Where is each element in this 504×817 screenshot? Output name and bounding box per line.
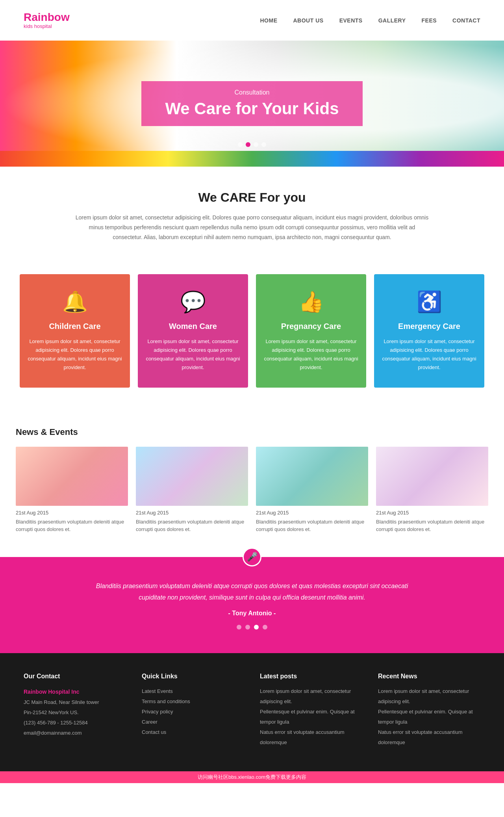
news-text-2: Blanditiis praesentium voluptatum deleni…: [136, 518, 248, 533]
news-heading: News & Events: [16, 427, 488, 437]
news-card-1: 21st Aug 2015 Blanditiis praesentium vol…: [16, 447, 128, 533]
chat-icon: 💬: [146, 290, 240, 314]
service-pregnancy-body: Lorem ipsum dolor sit amet, consectetur …: [264, 337, 358, 372]
hero-title: We Care for Your Kids: [165, 99, 339, 118]
hero-section: Consultation We Care for Your Kids: [0, 41, 504, 167]
footer-latest-heading: Latest posts: [260, 673, 362, 680]
testimonial-author: - Tony Antonio -: [228, 610, 276, 616]
footer-recent: Recent News Lorem ipsum dolor sit amet, …: [378, 673, 480, 748]
site-header: Rainbow kids hospital HOME ABOUT US EVEN…: [0, 0, 504, 41]
service-pregnancy: 👍 Pregnancy Care Lorem ipsum dolor sit a…: [256, 274, 366, 388]
quicklink-1[interactable]: Latest Events: [142, 686, 244, 696]
hero-rainbow-bar: [0, 151, 504, 167]
footer-latest-post3: Natus error sit voluptate accusantium do…: [260, 727, 362, 748]
service-children: 🔔 Children Care Lorem ipsum dolor sit am…: [20, 274, 130, 388]
watermark-text: 访问幽号社区bbs.xienlao.com免费下载更多内容: [198, 774, 306, 780]
testimonial-section: 🎤 Blanditiis praesentium voluptatum dele…: [0, 557, 504, 653]
hero-dot-3[interactable]: [254, 142, 258, 147]
hero-dot-4[interactable]: [261, 142, 266, 147]
hero-dot-1[interactable]: [238, 142, 243, 147]
logo: Rainbow kids hospital: [24, 11, 70, 30]
news-card-3: 21st Aug 2015 Blanditiis praesentium vol…: [256, 447, 368, 533]
service-emergency-body: Lorem ipsum dolor sit amet, consectetur …: [382, 337, 476, 372]
news-date-1: 21st Aug 2015: [16, 510, 128, 516]
service-emergency: ♿ Emergency Care Lorem ipsum dolor sit a…: [374, 274, 484, 388]
footer-recent-post1: Lorem ipsum dolor sit amet, consectetur …: [378, 686, 480, 707]
footer-quicklinks-heading: Quick Links: [142, 673, 244, 680]
news-image-4: [376, 447, 488, 506]
news-card-4: 21st Aug 2015 Blanditiis praesentium vol…: [376, 447, 488, 533]
quicklink-5[interactable]: Contact us: [142, 727, 244, 737]
service-pregnancy-title: Pregnancy Care: [264, 322, 358, 331]
news-date-3: 21st Aug 2015: [256, 510, 368, 516]
nav-contact[interactable]: CONTACT: [452, 17, 480, 24]
nav-about[interactable]: ABOUT US: [293, 17, 324, 24]
testi-dot-1[interactable]: [237, 625, 241, 629]
testi-dot-3[interactable]: [254, 625, 259, 629]
footer-recent-heading: Recent News: [378, 673, 480, 680]
thumbsup-icon: 👍: [264, 290, 358, 314]
news-image-3: [256, 447, 368, 506]
nav-fees[interactable]: FEES: [422, 17, 437, 24]
service-children-title: Children Care: [28, 322, 122, 331]
quicklink-3[interactable]: Privacy policy: [142, 707, 244, 717]
watermark-bar: 访问幽号社区bbs.xienlao.com免费下载更多内容: [0, 771, 504, 783]
footer-recent-post2: Pellentesque et pulvinar enim. Quisque a…: [378, 707, 480, 727]
news-grid: 21st Aug 2015 Blanditiis praesentium vol…: [16, 447, 488, 533]
hero-dot-2[interactable]: [246, 142, 250, 147]
footer-quicklinks: Quick Links Latest Events Terms and cond…: [142, 673, 244, 748]
hero-dots: [238, 142, 266, 147]
testimonial-text: Blanditiis praesentium voluptatum deleni…: [94, 581, 410, 603]
testi-dot-2[interactable]: [245, 625, 250, 629]
nav-home[interactable]: HOME: [260, 17, 278, 24]
news-image-2: [136, 447, 248, 506]
hero-content: Consultation We Care for Your Kids: [141, 81, 362, 126]
service-women-body: Lorem ipsum dolor sit amet, consectetur …: [146, 337, 240, 372]
footer-latest-post1: Lorem ipsum dolor sit amet, consectetur …: [260, 686, 362, 707]
logo-subtitle: kids hospital: [24, 23, 70, 29]
footer-recent-post3: Natus error sit voluptate accusantium do…: [378, 727, 480, 748]
service-children-body: Lorem ipsum dolor sit amet, consectetur …: [28, 337, 122, 372]
footer-contact: Our Contact Rainbow Hospital Inc JC Main…: [24, 673, 126, 748]
hero-subtitle: Consultation: [165, 89, 339, 96]
service-women-title: Women Care: [146, 322, 240, 331]
footer-address1: JC Main Road, Near Silnile tower: [24, 697, 126, 707]
service-women: 💬 Women Care Lorem ipsum dolor sit amet,…: [138, 274, 248, 388]
news-date-2: 21st Aug 2015: [136, 510, 248, 516]
news-text-4: Blanditiis praesentium voluptatum deleni…: [376, 518, 488, 533]
news-image-1: [16, 447, 128, 506]
service-emergency-title: Emergency Care: [382, 322, 476, 331]
we-care-body: Lorem ipsum dolor sit amet, consectetur …: [75, 213, 429, 243]
news-text-1: Blanditiis praesentium voluptatum deleni…: [16, 518, 128, 533]
news-date-4: 21st Aug 2015: [376, 510, 488, 516]
testi-dot-4[interactable]: [263, 625, 267, 629]
footer-contact-heading: Our Contact: [24, 673, 126, 680]
nav-events[interactable]: EVENTS: [339, 17, 363, 24]
footer-latest-post2: Pellentesque et pulvinar enim. Quisque a…: [260, 707, 362, 727]
site-footer: Our Contact Rainbow Hospital Inc JC Main…: [0, 653, 504, 771]
we-care-heading: We CARE For you: [32, 190, 472, 205]
news-section: News & Events 21st Aug 2015 Blanditiis p…: [0, 411, 504, 557]
quicklink-4[interactable]: Career: [142, 717, 244, 727]
wheelchair-icon: ♿: [382, 290, 476, 314]
news-card-2: 21st Aug 2015 Blanditiis praesentium vol…: [136, 447, 248, 533]
services-section: 🔔 Children Care Lorem ipsum dolor sit am…: [0, 266, 504, 411]
main-nav: HOME ABOUT US EVENTS GALLERY FEES CONTAC…: [260, 17, 481, 24]
testimonial-dots: [32, 625, 472, 629]
footer-email[interactable]: email@domainname.com: [24, 728, 126, 738]
quicklink-2[interactable]: Terms and conditions: [142, 696, 244, 707]
footer-latest: Latest posts Lorem ipsum dolor sit amet,…: [260, 673, 362, 748]
mic-icon: 🎤: [243, 548, 261, 566]
footer-hospital-name: Rainbow Hospital Inc: [24, 686, 126, 697]
bell-icon: 🔔: [28, 290, 122, 314]
footer-address2: Pin-21542 NewYork US.: [24, 707, 126, 718]
footer-grid: Our Contact Rainbow Hospital Inc JC Main…: [24, 673, 480, 748]
news-text-3: Blanditiis praesentium voluptatum deleni…: [256, 518, 368, 533]
nav-gallery[interactable]: GALLERY: [378, 17, 406, 24]
we-care-section: We CARE For you Lorem ipsum dolor sit am…: [0, 167, 504, 266]
logo-title: Rainbow: [24, 11, 70, 24]
footer-phone: (123) 456-789 - 1255-12584: [24, 718, 126, 728]
